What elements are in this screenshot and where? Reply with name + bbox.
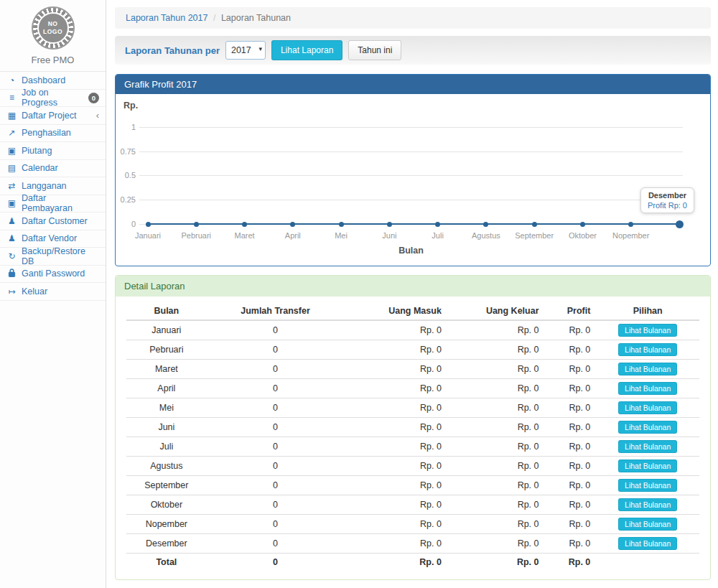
chart-point-desember[interactable] [676, 220, 684, 228]
lihat-bulanan-button[interactable]: Lihat Bulanan [618, 324, 677, 337]
lihat-bulanan-button[interactable]: Lihat Bulanan [618, 440, 677, 453]
tasks-icon: ≡ [6, 93, 17, 103]
chart-point-september[interactable] [532, 222, 537, 227]
chart-point-juli[interactable] [435, 222, 440, 227]
lihat-bulanan-button[interactable]: Lihat Bulanan [618, 363, 677, 375]
chart-point-maret[interactable] [242, 222, 247, 227]
sidebar-item-penghasilan[interactable]: ↗Penghasilan [0, 125, 106, 143]
chart-gridline [139, 127, 683, 128]
sidebar-item-daftar-vendor[interactable]: ♟Daftar Vendor [0, 230, 106, 248]
cell-uang-masuk: Rp. 0 [344, 320, 447, 340]
sidebar-item-ganti-password[interactable]: Ganti Password [0, 266, 106, 284]
lihat-bulanan-button[interactable]: Lihat Bulanan [618, 343, 677, 356]
cell-pilihan: Lihat Bulanan [596, 379, 699, 398]
detail-panel-body: BulanJumlah TransferUang MasukUang Kelua… [116, 297, 710, 579]
chart-point-nopember[interactable] [628, 222, 633, 227]
chart-point-januari[interactable] [146, 222, 151, 227]
table-row-juni: Juni0Rp. 0Rp. 0Rp. 0Lihat Bulanan [126, 418, 699, 437]
cell-pilihan: Lihat Bulanan [596, 495, 699, 515]
chart-point-april[interactable] [290, 222, 295, 227]
this-year-button[interactable]: Tahun ini [348, 40, 401, 60]
lihat-bulanan-button[interactable]: Lihat Bulanan [618, 518, 677, 531]
table-row-september: September0Rp. 0Rp. 0Rp. 0Lihat Bulanan [126, 476, 699, 495]
cell-pilihan: Lihat Bulanan [596, 320, 699, 340]
cell-uang-masuk: Rp. 0 [344, 476, 447, 495]
cell-uang-keluar: Rp. 0 [447, 534, 545, 554]
table-row-pebruari: Pebruari0Rp. 0Rp. 0Rp. 0Lihat Bulanan [126, 340, 699, 360]
cell-profit: Rp. 0 [545, 476, 597, 495]
cell-pilihan: Lihat Bulanan [596, 418, 699, 437]
sidebar-item-job-on-progress[interactable]: ≡Job on Progress0 [0, 90, 106, 108]
cell-uang-keluar: Rp. 0 [447, 360, 545, 379]
sidebar-item-langganan[interactable]: ⇄Langganan [0, 177, 106, 195]
chart-gridline [139, 175, 683, 176]
chart-profit-line [148, 223, 679, 225]
sidebar-item-label: Calendar [22, 163, 58, 173]
cell-uang-keluar: Rp. 0 [447, 398, 545, 418]
chart-point-oktober[interactable] [580, 222, 585, 227]
cell-uang-keluar: Rp. 0 [447, 437, 545, 457]
cell-uang-keluar: Rp. 0 [447, 379, 545, 398]
cell-bulan: Maret [126, 360, 207, 379]
cell-pilihan: Lihat Bulanan [596, 398, 699, 418]
breadcrumb-link[interactable]: Laporan Tahun 2017 [126, 13, 208, 23]
cell-bulan: Mei [126, 398, 207, 418]
chart-panel-title: Grafik Profit 2017 [116, 75, 710, 94]
chart-point-pebruari[interactable] [194, 222, 199, 227]
sidebar-item-dashboard[interactable]: ◔Dashboard [0, 72, 106, 90]
sidebar-item-piutang[interactable]: ▣Piutang [0, 142, 106, 160]
column-header-uang-masuk: Uang Masuk [344, 302, 447, 320]
cell-bulan: Pebruari [126, 340, 207, 360]
table-row-mei: Mei0Rp. 0Rp. 0Rp. 0Lihat Bulanan [126, 398, 699, 418]
calendar-icon: ▤ [6, 163, 17, 173]
cell-bulan: Juli [126, 437, 207, 457]
year-select[interactable]: 2017 [225, 41, 266, 60]
table-row-agustus: Agustus0Rp. 0Rp. 0Rp. 0Lihat Bulanan [126, 457, 699, 476]
chart-gridline [139, 200, 683, 200]
table-total-row: Total0Rp. 0Rp. 0Rp. 0 [126, 554, 699, 571]
brand: NO LOGO Free PMO [0, 0, 106, 71]
cell-jumlah-transfer: 0 [207, 457, 345, 476]
view-report-button[interactable]: Lihat Laporan [271, 40, 342, 60]
cell-uang-masuk: Rp. 0 [344, 437, 447, 457]
cell-uang-masuk: Rp. 0 [344, 418, 447, 437]
column-header-bulan: Bulan [126, 302, 207, 320]
chart-point-mei[interactable] [339, 222, 344, 227]
lihat-bulanan-button[interactable]: Lihat Bulanan [618, 401, 677, 414]
sidebar-item-daftar-customer[interactable]: ♟Daftar Customer [0, 213, 106, 230]
sidebar-item-keluar[interactable]: ↦Keluar [0, 283, 106, 301]
cell-jumlah-transfer: 0 [207, 495, 345, 515]
chart-point-agustus[interactable] [483, 222, 488, 227]
table-row-april: April0Rp. 0Rp. 0Rp. 0Lihat Bulanan [126, 379, 699, 398]
lihat-bulanan-button[interactable]: Lihat Bulanan [618, 479, 677, 492]
sidebar-item-label: Ganti Password [22, 269, 85, 279]
total-cell-jumlah-transfer: 0 [207, 554, 345, 571]
cell-jumlah-transfer: 0 [207, 476, 345, 495]
cell-uang-keluar: Rp. 0 [447, 476, 545, 495]
sidebar-item-daftar-pembayaran[interactable]: ▣Daftar Pembayaran [0, 195, 106, 213]
lihat-bulanan-button[interactable]: Lihat Bulanan [618, 382, 677, 395]
cell-uang-keluar: Rp. 0 [447, 418, 545, 437]
cell-pilihan: Lihat Bulanan [596, 476, 699, 495]
chart-point-juni[interactable] [387, 222, 392, 227]
chart-y-tick: 0.25 [116, 195, 136, 204]
cell-profit: Rp. 0 [545, 515, 597, 534]
cell-profit: Rp. 0 [545, 360, 597, 379]
cell-pilihan: Lihat Bulanan [596, 534, 699, 554]
lihat-bulanan-button[interactable]: Lihat Bulanan [618, 498, 677, 511]
app-root: NO LOGO Free PMO ◔Dashboard≡Job on Progr… [0, 0, 718, 588]
sidebar-item-daftar-project[interactable]: ▦Daftar Project‹ [0, 107, 106, 125]
lihat-bulanan-button[interactable]: Lihat Bulanan [618, 421, 677, 434]
sidebar-item-backup-restore-db[interactable]: ↻Backup/Restore DB [0, 248, 106, 266]
exchange-icon: ⇄ [6, 181, 17, 191]
lihat-bulanan-button[interactable]: Lihat Bulanan [618, 537, 677, 550]
sidebar-item-label: Daftar Customer [22, 216, 88, 226]
breadcrumb-separator: / [213, 13, 215, 23]
main-content: Laporan Tahun 2017 / Laporan Tahunan Lap… [106, 0, 718, 588]
breadcrumb: Laporan Tahun 2017 / Laporan Tahunan [115, 7, 711, 29]
cell-jumlah-transfer: 0 [207, 418, 345, 437]
chart-y-axis-label: Rp. [123, 101, 138, 111]
sidebar-item-calendar[interactable]: ▤Calendar [0, 160, 106, 178]
lihat-bulanan-button[interactable]: Lihat Bulanan [618, 459, 677, 472]
profit-chart-panel: Grafik Profit 2017 Rp. Desember Profit R… [115, 74, 711, 266]
